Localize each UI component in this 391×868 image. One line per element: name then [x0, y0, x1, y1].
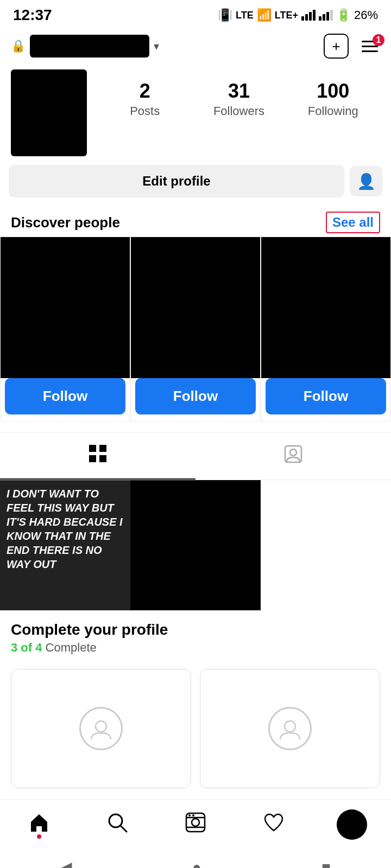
plus-icon: + — [332, 38, 340, 55]
post-item-2[interactable] — [130, 480, 261, 610]
battery-icon: 🔋 — [336, 8, 351, 22]
add-person-button[interactable]: 👤 — [350, 166, 382, 196]
discover-card-1: Follow — [0, 237, 130, 422]
posts-label: Posts — [130, 104, 160, 118]
grid-icon — [88, 444, 108, 468]
nav-home[interactable] — [23, 808, 55, 841]
following-count: 100 — [317, 80, 349, 102]
svg-point-6 — [96, 721, 106, 732]
tab-grid[interactable] — [0, 433, 195, 480]
discover-title: Discover people — [11, 214, 120, 231]
tab-tagged[interactable] — [195, 433, 391, 480]
discover-user-image-1 — [1, 237, 130, 378]
svg-rect-3 — [99, 455, 106, 462]
vibrate-icon: 📳 — [218, 8, 232, 22]
signal-bars — [301, 10, 316, 21]
username-bar — [30, 35, 149, 58]
discover-card-2: Follow — [130, 237, 261, 422]
complete-profile-section: Complete your profile 3 of 4 Complete — [0, 610, 391, 660]
posts-stat[interactable]: 2 Posts — [98, 80, 192, 118]
svg-rect-2 — [89, 455, 96, 462]
followers-stat[interactable]: 31 Followers — [192, 80, 286, 118]
chevron-down-icon[interactable]: ▾ — [154, 40, 159, 53]
svg-point-14 — [188, 814, 191, 816]
see-all-button[interactable]: See all — [326, 212, 380, 233]
following-stat[interactable]: 100 Following — [286, 80, 380, 118]
complete-card-icon-2 — [268, 707, 312, 750]
back-button[interactable]: ◀ — [60, 858, 72, 868]
new-post-button[interactable]: + — [324, 34, 349, 59]
heart-icon — [263, 812, 284, 837]
profile-stats: 2 Posts 31 Followers 100 Following — [98, 69, 380, 118]
home-icon — [29, 812, 49, 837]
following-label: Following — [308, 104, 358, 118]
complete-card-icon-1 — [79, 707, 123, 750]
discover-user-image-3 — [261, 237, 390, 378]
edit-profile-row: Edit profile 👤 — [0, 165, 391, 206]
complete-profile-title: Complete your profile — [11, 621, 380, 639]
nav-search[interactable] — [101, 808, 134, 841]
home-nav-dot — [37, 834, 41, 839]
tagged-icon — [283, 444, 303, 468]
svg-point-11 — [192, 819, 199, 826]
bottom-nav — [0, 799, 391, 850]
follow-button-3[interactable]: Follow — [266, 378, 386, 414]
nav-likes[interactable] — [257, 808, 290, 841]
home-button[interactable]: ● — [192, 859, 201, 869]
svg-rect-0 — [89, 445, 96, 452]
lte-icon: LTE — [236, 10, 254, 21]
complete-profile-subtitle: 3 of 4 Complete — [11, 641, 380, 655]
svg-point-15 — [192, 814, 194, 816]
discover-user-image-2 — [131, 237, 260, 378]
svg-rect-1 — [99, 445, 106, 452]
profile-thumb — [337, 809, 367, 840]
discover-card-3: Follow — [261, 237, 391, 422]
menu-button[interactable]: 1 — [360, 39, 380, 54]
wifi-icon: 📶 — [257, 8, 272, 22]
lock-icon: 🔒 — [11, 39, 26, 53]
svg-point-7 — [285, 721, 295, 732]
signal-bars-2 — [319, 10, 333, 21]
add-person-icon: 👤 — [357, 173, 376, 190]
nav-reels[interactable] — [179, 808, 212, 841]
follow-button-1[interactable]: Follow — [5, 378, 125, 414]
reels-icon — [185, 812, 206, 837]
notification-badge: 1 — [373, 34, 384, 46]
complete-card-2[interactable] — [200, 669, 380, 788]
status-time: 12:37 — [13, 7, 52, 24]
status-bar: 12:37 📳 LTE 📶 LTE+ 🔋 26% — [0, 0, 391, 28]
profile-avatar — [11, 69, 87, 156]
posts-count: 2 — [140, 80, 150, 102]
top-nav: 🔒 ▾ + 1 — [0, 28, 391, 64]
posts-grid: I DON'T WANT TO FEEL THIS WAY BUT IT'S H… — [0, 480, 391, 610]
svg-point-5 — [290, 449, 297, 456]
followers-label: Followers — [213, 104, 264, 118]
nav-profile[interactable] — [336, 808, 368, 841]
top-nav-left: 🔒 ▾ — [11, 35, 159, 58]
complete-cards — [0, 660, 391, 788]
profile-section: 2 Posts 31 Followers 100 Following — [0, 64, 391, 165]
top-nav-right: + 1 — [324, 34, 380, 59]
post-text: I DON'T WANT TO FEEL THIS WAY BUT IT'S H… — [7, 487, 124, 571]
discover-header: Discover people See all — [0, 206, 391, 237]
svg-line-9 — [121, 826, 127, 832]
lte2-icon: LTE+ — [275, 10, 298, 21]
complete-progress: 3 of 4 — [11, 641, 42, 654]
follow-button-2[interactable]: Follow — [135, 378, 256, 414]
android-nav: ◀ ● ■ — [0, 850, 391, 868]
post-item-1[interactable]: I DON'T WANT TO FEEL THIS WAY BUT IT'S H… — [0, 480, 130, 610]
complete-suffix: Complete — [46, 641, 97, 654]
status-icons: 📳 LTE 📶 LTE+ 🔋 26% — [218, 8, 378, 22]
battery-percent: 26% — [354, 8, 378, 22]
discover-carousel: Follow Follow Follow — [0, 237, 391, 422]
recent-button[interactable]: ■ — [321, 859, 331, 869]
search-icon — [107, 812, 128, 837]
edit-profile-button[interactable]: Edit profile — [9, 165, 344, 197]
followers-count: 31 — [228, 80, 250, 102]
tabs-row — [0, 432, 391, 480]
complete-card-1[interactable] — [11, 669, 191, 788]
